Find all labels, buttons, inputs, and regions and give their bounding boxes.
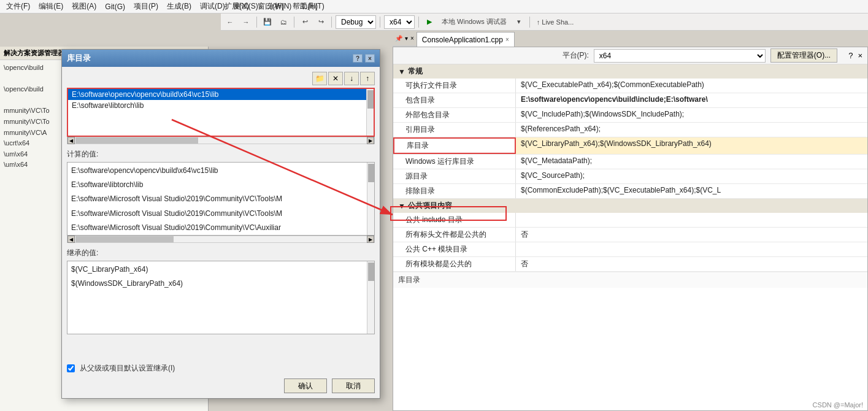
prop-row-pub-module-public: 所有模块都是公共的 否 [393,257,867,272]
pin-icon: 📌 [395,35,402,42]
prop-help-btn[interactable]: ? [848,51,853,60]
computed-box: E:\software\opencv\opencv\build\x64\vc15… [67,162,375,236]
menu-item-build[interactable]: 生成(B) [163,0,195,13]
watermark: CSDN @=Major! [813,401,863,409]
dialog-title-text: 库目录 [67,53,91,64]
bottom-checkbox-row: 从父级或项目默认设置继承(I) [67,363,375,374]
toolbar-dropdown-run[interactable]: ▾ [512,15,526,29]
tab-close-btn[interactable]: × [505,36,509,43]
computed-h-right[interactable]: ▶ [367,236,374,243]
prop-key-excl: 排除目录 [393,184,516,198]
prop-value-pub-module-public: 否 [516,257,867,271]
prop-row-pub-headers: 所有标头文件都是公共的 否 [393,228,867,242]
dialog-add-btn[interactable]: 📁 [312,72,327,85]
prop-key-pub-include: 公共 include 目录 [393,213,516,227]
toolbar-run-icon: ▶ [423,15,436,29]
prop-value-pub-headers: 否 [516,228,867,242]
toolbar: ← → 💾 🗂 ↩ ↪ Debug x64 ▶ 本地 Windows 调试器 ▾… [221,13,868,31]
section-collapse-icon2[interactable]: ▼ [398,202,405,210]
toolbar-platform-dropdown[interactable]: x64 [384,15,415,29]
dialog-ok-btn[interactable]: 确认 [284,378,327,393]
path-item-1[interactable]: E:\software\opencv\opencv\build\x64\vc15… [68,89,374,100]
prop-value-ext-include: $(VC_IncludePath);$(WindowsSDK_IncludePa… [516,108,867,122]
dialog-delete-btn[interactable]: ✕ [328,72,343,85]
inherited-vscrollbar[interactable] [367,261,374,334]
dialog-close-btn[interactable]: × [365,54,375,63]
toolbar-sep1 [256,17,257,28]
prop-row-ref: 引用目录 $(ReferencesPath_x64); [393,123,867,137]
h-scroll-right[interactable]: ▶ [367,137,374,144]
prop-value-executable: $(VC_ExecutablePath_x64);$(CommonExecuta… [516,79,867,93]
dialog-up-btn[interactable]: ↑ [360,72,375,85]
menu-item-edit[interactable]: 编辑(E) [35,0,67,13]
inherit-checkbox[interactable] [67,364,75,372]
dialog-title-controls: ? × [353,54,375,63]
toolbar-save-btn[interactable]: 💾 [261,15,274,29]
prop-key-ref: 引用目录 [393,123,516,137]
computed-h-left[interactable]: ◀ [67,236,75,243]
prop-row-pub-include: 公共 include 目录 [393,213,867,228]
path-item-2[interactable]: E:\software\libtorch\lib [68,100,374,111]
inherited-label: 继承的值: [67,248,375,258]
path-listbox[interactable]: E:\software\opencv\opencv\build\x64\vc15… [67,88,375,137]
inherited-line-2: $(WindowsSDK_LibraryPath_x64) [69,277,364,291]
dialog-down-btn[interactable]: ↓ [344,72,359,85]
toolbar-config-dropdown[interactable]: Debug [336,15,376,29]
section-title-public: 公共项目内容 [408,201,452,211]
menu-item-file[interactable]: 文件(F) [2,0,34,13]
inherited-section: 继承的值: $(VC_LibraryPath_x64) $(WindowsSDK… [67,248,375,358]
prop-section-public: ▼ 公共项目内容 公共 include 目录 所有标头文件都是公共的 否 公共 … [393,199,867,272]
prop-row-excl: 排除目录 $(CommonExcludePath);$(VC_Executabl… [393,184,867,199]
menu-item-help[interactable]: 帮助(H) [289,0,321,13]
computed-h-scrollbar[interactable]: ◀ ▶ [67,236,375,243]
prop-panel: 平台(P): x64 配置管理器(O)... ? × ▼ 常规 可执行文件目录 … [393,47,868,411]
toolbar-back-btn[interactable]: ← [223,15,237,29]
prop-bottom-text: 库目录 [398,275,420,284]
listbox-vscroll-thumb [367,90,374,109]
listbox-vscrollbar[interactable] [366,89,374,136]
computed-line-1: E:\software\opencv\opencv\build\x64\vc15… [69,164,364,178]
menu-item-project[interactable]: 项目(P) [130,0,162,13]
prop-close-btn[interactable]: × [858,51,862,60]
toolbar-sep6 [529,17,530,28]
h-scroll-thumb[interactable] [75,137,198,144]
computed-line-2: E:\software\libtorch\lib [69,178,364,192]
h-scrollbar[interactable]: ◀ ▶ [67,137,375,144]
tab-label: ConsoleApplication1.cpp [422,36,503,44]
section-collapse-icon[interactable]: ▼ [398,67,405,76]
computed-h-thumb[interactable] [75,236,174,242]
computed-vscrollbar[interactable] [367,163,374,235]
toolbar-fwd-btn[interactable]: → [239,15,253,29]
computed-box-wrapper: E:\software\opencv\opencv\build\x64\vc15… [67,162,375,236]
section-header-general: ▼ 常规 [393,64,867,79]
menu-item-git[interactable]: Git(G) [101,1,129,12]
prop-toolbar: 平台(P): x64 配置管理器(O)... ? × [393,47,867,64]
toolbar-saveall-btn[interactable]: 🗂 [277,15,290,29]
dialog-title-bar: 库目录 ? × [62,50,380,67]
menu-item-extend[interactable]: 扩展(X) [221,0,253,13]
prop-key-executable: 可执行文件目录 [393,79,516,93]
toolbar-redo-btn[interactable]: ↪ [314,15,328,29]
config-manager-btn[interactable]: 配置管理器(O)... [770,48,837,63]
menu-item-view[interactable]: 视图(A) [68,0,100,13]
tab-console-app[interactable]: ConsoleApplication1.cpp × [417,32,515,47]
computed-label: 计算的值: [67,149,375,159]
toolbar-undo-btn[interactable]: ↩ [298,15,312,29]
tab-pin-label: ▾ [405,35,408,42]
platform-dropdown[interactable]: x64 [594,49,766,63]
lib-dir-dialog: 库目录 ? × 📁 ✕ ↓ ↑ E:\software\opencv\openc… [61,49,380,399]
prop-row-executable: 可执行文件目录 $(VC_ExecutablePath_x64);$(Commo… [393,79,867,93]
menu-item-window[interactable]: 窗口(W) [254,0,288,13]
prop-value-pub-include [516,213,867,227]
platform-label: 平台(P): [563,50,589,61]
h-scroll-left[interactable]: ◀ [67,137,75,144]
toolbar-liveshare-btn[interactable]: ↑ Live Sha... [534,15,577,29]
prop-row-win-lib: Windows 运行库目录 $(VC_MetadataPath); [393,155,867,169]
dialog-cancel-btn[interactable]: 取消 [332,378,375,393]
computed-section: 计算的值: E:\software\opencv\opencv\build\x6… [67,149,375,243]
dialog-toolbar: 📁 ✕ ↓ ↑ [67,72,375,85]
tab-x-icon[interactable]: × [410,35,414,42]
dialog-help-btn[interactable]: ? [353,54,363,63]
computed-line-4: E:\software\Microsoft Visual Studio\2019… [69,207,364,221]
toolbar-run-btn[interactable]: 本地 Windows 调试器 [439,15,510,29]
